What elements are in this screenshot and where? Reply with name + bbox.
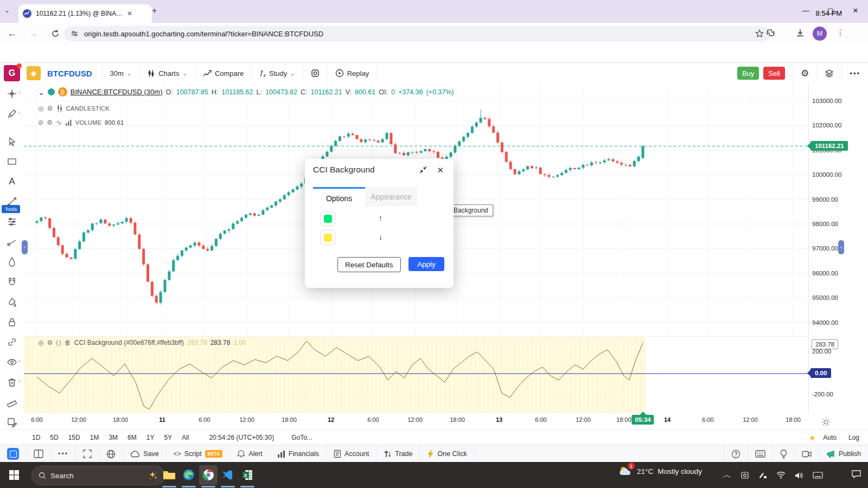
downloads-icon[interactable] <box>795 28 805 38</box>
brush-tool[interactable] <box>4 106 20 122</box>
ruler-tool[interactable] <box>4 394 20 410</box>
trade-button[interactable]: Trade <box>376 445 420 463</box>
range-button-3m[interactable]: 3M <box>104 434 123 441</box>
taskbar-chrome-icon[interactable] <box>199 465 218 485</box>
up-color-swatch[interactable] <box>320 211 335 226</box>
tab-search-chevron-icon[interactable]: ⌄ <box>4 7 10 14</box>
replay-menu[interactable]: Replay <box>328 63 377 83</box>
taskbar-edge-icon[interactable] <box>180 465 198 485</box>
indicators-tool[interactable] <box>4 214 20 230</box>
taskbar-excel-icon[interactable]: X <box>238 465 257 485</box>
new-tab-button[interactable]: + <box>152 6 157 16</box>
url-bar[interactable]: origin.testb.apsouth1.gocharting.com/ter… <box>64 26 770 41</box>
taskbar-file-explorer-icon[interactable] <box>160 465 178 485</box>
settings-button[interactable]: ⚙ <box>793 63 817 83</box>
notification-icon[interactable] <box>851 470 861 479</box>
log-scale-toggle[interactable]: Log <box>848 434 859 441</box>
text-tool[interactable]: A <box>4 174 20 190</box>
keyboard-shortcuts-button[interactable] <box>748 445 773 463</box>
save-button[interactable]: Save <box>123 445 167 463</box>
alert-button[interactable]: Alert <box>230 445 270 463</box>
gear-icon[interactable]: ⚙ <box>47 119 53 126</box>
script-button[interactable]: <> Script BETA <box>167 445 230 463</box>
expand-chevron-icon[interactable]: › <box>18 358 20 364</box>
start-button[interactable] <box>9 470 20 480</box>
visibility-tool[interactable] <box>4 354 20 370</box>
publish-button[interactable]: Publish <box>819 445 868 463</box>
window-minimize-button[interactable]: — <box>793 0 818 21</box>
theme-toggle-icon[interactable] <box>821 418 831 427</box>
volume-icon[interactable] <box>795 472 803 479</box>
close-icon[interactable]: ✕ <box>437 165 444 175</box>
code-icon[interactable]: { } <box>56 339 61 346</box>
apply-button[interactable]: Apply <box>409 257 444 271</box>
range-button-6m[interactable]: 6M <box>123 434 142 441</box>
range-button-1m[interactable]: 1M <box>85 434 104 441</box>
link-tool[interactable] <box>4 334 20 350</box>
auto-scale-toggle[interactable]: Auto <box>823 434 837 441</box>
tray-chevron-icon[interactable]: ︿ <box>723 470 731 481</box>
trend-line-tool[interactable] <box>4 194 20 210</box>
cci-pane[interactable] <box>24 336 808 414</box>
browser-tab[interactable]: 101162.21 (1.13%) @ BINANCE: ✕ <box>18 4 152 23</box>
eye-icon[interactable]: ◎ <box>38 105 44 112</box>
down-color-swatch[interactable] <box>320 230 335 245</box>
gear-icon[interactable]: ⚙ <box>47 105 53 112</box>
star-icon[interactable]: ★ <box>809 434 816 442</box>
timeframe-dropdown[interactable]: 30m⌄ <box>102 63 140 83</box>
tab-options[interactable]: Options <box>313 187 365 208</box>
extensions-icon[interactable] <box>766 29 775 38</box>
magnet-tool[interactable] <box>4 274 20 290</box>
help-button[interactable] <box>724 445 748 463</box>
taskbar-vscode-icon[interactable] <box>219 465 237 485</box>
reload-button[interactable] <box>51 29 60 38</box>
browser-menu-icon[interactable]: ⋮ <box>837 28 844 37</box>
symbol-ticker[interactable]: BTCFDUSD <box>41 69 102 78</box>
taskbar-clock[interactable]: 8:54 PM <box>816 0 842 26</box>
paint-tool[interactable] <box>4 294 20 310</box>
range-button-5y[interactable]: 5Y <box>159 434 177 441</box>
cast-icon[interactable] <box>741 471 749 479</box>
reset-defaults-button[interactable]: Reset Defaults <box>337 257 401 272</box>
crosshair-tool[interactable] <box>4 86 20 102</box>
pen-tool[interactable] <box>4 254 20 270</box>
snapshot-button[interactable] <box>303 63 328 83</box>
taskbar-search[interactable]: Search <box>31 466 165 485</box>
touch-keyboard-icon[interactable] <box>813 472 823 479</box>
cci-background-dialog[interactable]: CCI Background ✕ Options Appearance ↑ ↓ … <box>305 159 454 288</box>
pen-input-icon[interactable] <box>758 472 767 479</box>
eye-off-icon[interactable]: ⊘ <box>38 119 43 126</box>
collapse-chevron-icon[interactable]: ⌄ <box>38 88 44 97</box>
charts-menu[interactable]: Charts⌄ <box>139 63 195 83</box>
fullscreen-button[interactable] <box>76 445 99 463</box>
goto-button[interactable]: GoTo... <box>291 434 312 441</box>
taskbar-weather[interactable]: 1 21°C Mostly cloudy <box>618 465 702 477</box>
time-axis[interactable]: 6:0012:0018:00116:0012:0018:00126:0012:0… <box>24 413 868 429</box>
ray-tool[interactable] <box>4 234 20 250</box>
lock-tool[interactable] <box>4 314 20 330</box>
tab-close-icon[interactable]: ✕ <box>127 10 132 17</box>
layout-single-button[interactable] <box>0 445 27 463</box>
range-button-1y[interactable]: 1Y <box>142 434 159 441</box>
expand-chevron-icon[interactable]: › <box>18 89 20 95</box>
bookmark-star-icon[interactable] <box>755 29 764 38</box>
layout-split-button[interactable] <box>27 445 51 463</box>
ideas-button[interactable] <box>773 445 795 463</box>
expand-chevron-icon[interactable]: › <box>18 378 20 384</box>
profile-avatar[interactable]: M <box>813 27 827 41</box>
collapse-icon[interactable] <box>419 165 427 174</box>
range-button-15d[interactable]: 15D <box>63 434 85 441</box>
delete-tool[interactable] <box>4 374 20 390</box>
sell-button[interactable]: Sell <box>763 67 785 80</box>
compare-menu[interactable]: Compare <box>195 63 252 83</box>
highlighter-tool[interactable] <box>4 414 20 431</box>
financials-button[interactable]: Financials <box>270 445 327 463</box>
expand-chevron-icon[interactable]: › <box>18 110 20 115</box>
layouts-button[interactable] <box>817 63 842 83</box>
right-collapse-handle[interactable]: ‹ <box>838 240 844 254</box>
gear-icon[interactable]: ⚙ <box>47 339 53 346</box>
more-options-button[interactable]: ••• <box>842 63 868 83</box>
video-button[interactable] <box>795 445 819 463</box>
back-button[interactable]: ← <box>8 29 16 38</box>
forward-button[interactable]: → <box>29 29 38 38</box>
